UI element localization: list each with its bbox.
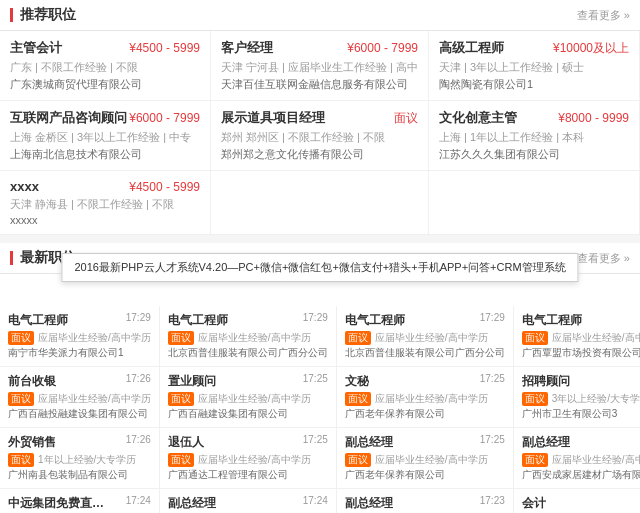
- job-tag: 面议: [8, 453, 34, 467]
- job-tag: 面议: [345, 453, 371, 467]
- latest-job-time: 17:26: [126, 373, 151, 390]
- latest-job-card[interactable]: 外贸销售 17:26 面议1年以上经验/大专学历 广州南县包装制品有限公司: [0, 428, 160, 489]
- latest-job-company: 广西安成家居建材广场有限公司: [522, 468, 640, 482]
- latest-job-card[interactable]: 副总经理 17:24 面议应届毕业生经验/高中学历 广西农业环保节能工程有限公司…: [160, 489, 337, 513]
- recommend-job-card[interactable]: 主管会计 ¥4500 - 5999 广东 | 不限工作经验 | 不限 广东澳城商…: [0, 31, 211, 101]
- recommend-job-card[interactable]: [429, 171, 640, 235]
- latest-job-title: 副总经理: [168, 495, 216, 512]
- job-title: 高级工程师: [439, 39, 504, 57]
- latest-job-company: 北京西普佳服装有限公司广西分公司: [168, 346, 328, 360]
- latest-job-company: 广西百融建设集团有限公司: [168, 407, 328, 421]
- recommend-job-card[interactable]: 文化创意主管 ¥8000 - 9999 上海 | 1年以上工作经验 | 本科 江…: [429, 101, 640, 171]
- latest-job-title: 电气工程师: [345, 312, 405, 329]
- latest-job-card[interactable]: 副总经理 17:23 面议应届毕业生经验/高中学历 广西安全家居建材广场有限公司: [337, 489, 514, 513]
- latest-job-card[interactable]: 电气工程师 17:29 面议应届毕业生经验/高中学历 北京西普佳服装有限公司广西…: [337, 306, 514, 367]
- latest-job-title: 副总经理: [522, 434, 570, 451]
- latest-job-time: 17:29: [126, 312, 151, 329]
- job-tag: 面议: [522, 392, 548, 406]
- job-tag: 面议: [8, 331, 34, 345]
- latest-more-link[interactable]: 查看更多 »: [577, 251, 630, 266]
- job-company: 上海南北信息技术有限公司: [10, 147, 200, 162]
- latest-job-time: 17:25: [303, 434, 328, 451]
- latest-job-detail: 面议3年以上经验/大专学历: [522, 392, 640, 406]
- latest-job-time: 17:29: [480, 312, 505, 329]
- job-detail: 郑州 郑州区 | 不限工作经验 | 不限: [221, 130, 418, 145]
- recommend-job-card[interactable]: xxxx ¥4500 - 5999 天津 静海县 | 不限工作经验 | 不限 x…: [0, 171, 211, 235]
- job-tag: 面议: [345, 392, 371, 406]
- latest-job-card[interactable]: 电气工程师 17:29 面议应届毕业生经验/高中学历 北京西普佳服装有限公司广西…: [160, 306, 337, 367]
- latest-job-detail: 面议应届毕业生经验/高中学历: [8, 331, 151, 345]
- job-title: 文化创意主管: [439, 109, 517, 127]
- latest-job-time: 17:26: [126, 434, 151, 451]
- job-company: 广东澳城商贸代理有限公司: [10, 77, 200, 92]
- latest-job-company: 南宁市华美派力有限公司1: [8, 346, 151, 360]
- recommend-job-card[interactable]: [211, 171, 429, 235]
- latest-job-card[interactable]: 置业顾问 17:25 面议应届毕业生经验/高中学历 广西百融建设集团有限公司: [160, 367, 337, 428]
- latest-job-company: 广州南县包装制品有限公司: [8, 468, 151, 482]
- recommend-more-link[interactable]: 查看更多 »: [577, 8, 630, 23]
- job-tag: 面议: [345, 331, 371, 345]
- latest-job-detail: 面议1年以上经验/大专学历: [8, 453, 151, 467]
- latest-job-detail: 面议应届毕业生经验/高中学历: [168, 331, 328, 345]
- latest-job-title: 电气工程师: [8, 312, 68, 329]
- recommend-grid: 主管会计 ¥4500 - 5999 广东 | 不限工作经验 | 不限 广东澳城商…: [0, 31, 640, 235]
- latest-job-detail: 面议应届毕业生经验/高中学历: [522, 331, 640, 345]
- latest-job-card[interactable]: 电气工程师 17:29 面议应届毕业生经验/高中学历 南宁市华美派力有限公司1: [0, 306, 160, 367]
- latest-job-company: 广西覃盟市场投资有限公司1: [522, 346, 640, 360]
- latest-job-card[interactable]: 电气工程师 17:29 面议应届毕业生经验/高中学历 广西覃盟市场投资有限公司1: [514, 306, 640, 367]
- latest-job-detail: 面议应届毕业生经验/高中学历: [8, 392, 151, 406]
- latest-job-detail: 面议应届毕业生经验/高中学历: [168, 392, 328, 406]
- job-tag: 面议: [522, 331, 548, 345]
- latest-job-card[interactable]: 文秘 17:25 面议应届毕业生经验/高中学历 广西老年保养有限公司: [337, 367, 514, 428]
- latest-job-card[interactable]: 前台收银 17:26 面议应届毕业生经验/高中学历 广西百融投融建设集团有限公司: [0, 367, 160, 428]
- latest-job-detail: 面议应届毕业生经验/高中学历: [345, 392, 505, 406]
- job-salary: ¥6000 - 7999: [347, 41, 418, 55]
- job-salary: ¥10000及以上: [553, 40, 629, 57]
- latest-job-title: 外贸销售: [8, 434, 56, 451]
- job-detail: 上海 | 1年以上工作经验 | 本科: [439, 130, 629, 145]
- latest-job-title: 电气工程师: [168, 312, 228, 329]
- latest-job-company: 北京西普佳服装有限公司广西分公司: [345, 346, 505, 360]
- job-salary: ¥6000 - 7999: [129, 111, 200, 125]
- system-tooltip: 2016最新PHP云人才系统V4.20—PC+微信+微信红包+微信支付+猎头+手…: [61, 253, 578, 282]
- latest-job-title: 置业顾问: [168, 373, 216, 390]
- recommend-job-card[interactable]: 展示道具项目经理 面议 郑州 郑州区 | 不限工作经验 | 不限 郑州郑之意文化…: [211, 101, 429, 171]
- latest-job-time: 17:25: [480, 373, 505, 390]
- job-detail: 广东 | 不限工作经验 | 不限: [10, 60, 200, 75]
- latest-job-card[interactable]: 招聘顾问 17:25 面议3年以上经验/大专学历 广州市卫生有限公司3: [514, 367, 640, 428]
- recommend-job-card[interactable]: 客户经理 ¥6000 - 7999 天津 宁河县 | 应届毕业生工作经验 | 高…: [211, 31, 429, 101]
- job-tag: 面议: [168, 331, 194, 345]
- latest-job-time: 17:25: [303, 373, 328, 390]
- latest-section: 最新职位 查看更多 » 2016最新PHP云人才系统V4.20—PC+微信+微信…: [0, 243, 640, 513]
- latest-job-title: 电气工程师: [522, 312, 582, 329]
- job-detail: 上海 金桥区 | 3年以上工作经验 | 中专: [10, 130, 200, 145]
- job-salary: ¥4500 - 5999: [129, 41, 200, 55]
- job-title: 客户经理: [221, 39, 273, 57]
- latest-job-detail: 面议应届毕业生经验/高中学历: [345, 453, 505, 467]
- latest-job-card[interactable]: 退伍人 17:25 面议应届毕业生经验/高中学历 广西通达工程管理有限公司: [160, 428, 337, 489]
- latest-job-title: 招聘顾问: [522, 373, 570, 390]
- job-title: xxxx: [10, 179, 39, 194]
- job-title: 主管会计: [10, 39, 62, 57]
- latest-job-company: 广西百融投融建设集团有限公司: [8, 407, 151, 421]
- latest-job-card[interactable]: 副总经理 17:23 面议应届毕业生经验/高中学历 广西安成家居建材广场有限公司: [514, 428, 640, 489]
- job-title: 展示道具项目经理: [221, 109, 325, 127]
- latest-job-company: 广西老年保养有限公司: [345, 407, 505, 421]
- recommend-job-card[interactable]: 互联网产品咨询顾问 ¥6000 - 7999 上海 金桥区 | 3年以上工作经验…: [0, 101, 211, 171]
- latest-job-title: 副总经理: [345, 495, 393, 512]
- job-salary: 面议: [394, 110, 418, 127]
- latest-job-title: 中远集团免费直招船舶: [8, 495, 108, 512]
- latest-job-card[interactable]: 中远集团免费直招船舶 17:24 面议应届毕业生经验/高中学历 上海物流产业投资…: [0, 489, 160, 513]
- recommend-title: 推荐职位: [10, 6, 76, 24]
- latest-job-detail: 面议应届毕业生经验/高中学历: [522, 453, 640, 467]
- latest-job-card[interactable]: 副总经理 17:25 面议应届毕业生经验/高中学历 广西老年保养有限公司: [337, 428, 514, 489]
- job-detail: 天津 | 3年以上工作经验 | 硕士: [439, 60, 629, 75]
- job-company: 天津百佳互联网金融信息服务有限公司: [221, 77, 418, 92]
- latest-job-detail: 面议应届毕业生经验/高中学历: [168, 453, 328, 467]
- latest-grid: 电气工程师 17:29 面议应届毕业生经验/高中学历 南宁市华美派力有限公司1 …: [0, 306, 640, 513]
- job-tag: 面议: [168, 453, 194, 467]
- recommend-job-card[interactable]: 高级工程师 ¥10000及以上 天津 | 3年以上工作经验 | 硕士 陶然陶瓷有…: [429, 31, 640, 101]
- recommend-header: 推荐职位 查看更多 »: [0, 0, 640, 31]
- latest-job-card[interactable]: 会计 17:22 面议应届毕业生经验/高中学历 广西工程职业公司3: [514, 489, 640, 513]
- recommend-section: 推荐职位 查看更多 » 主管会计 ¥4500 - 5999 广东 | 不限工作经…: [0, 0, 640, 235]
